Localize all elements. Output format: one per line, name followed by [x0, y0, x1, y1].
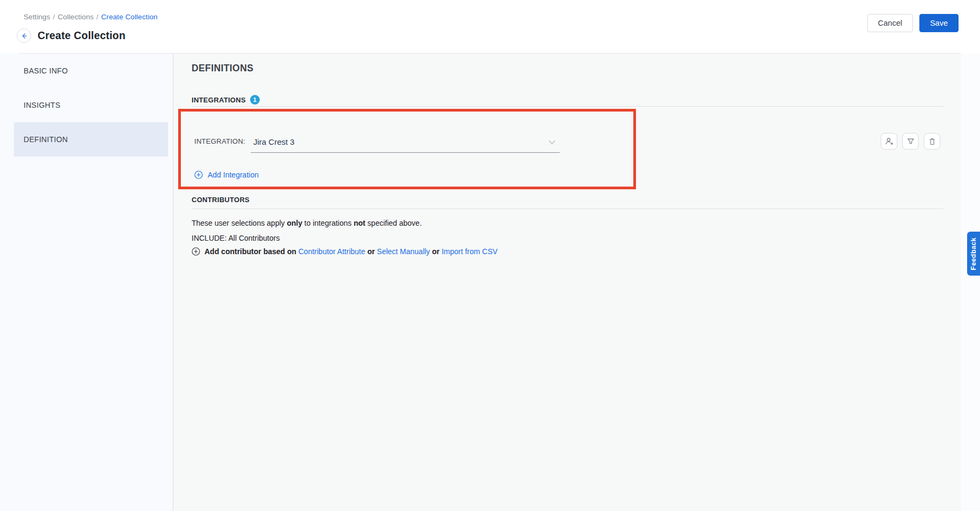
text-segment: or	[430, 247, 442, 256]
back-button[interactable]	[17, 28, 31, 43]
text-segment: Add contributor based on	[204, 247, 298, 256]
sidebar-item-definition[interactable]: DEFINITION	[14, 122, 168, 157]
contributors-divider	[192, 209, 944, 209]
chevron-down-icon	[548, 140, 555, 145]
sidebar-item-basic-info[interactable]: BASIC INFO	[14, 54, 168, 88]
breadcrumb: Settings/Collections/Create Collection	[24, 13, 158, 21]
add-contributor-text: Add contributor based on Contributor Att…	[204, 247, 498, 256]
add-integration-button[interactable]: Add Integration	[194, 171, 259, 179]
add-contributor-to-integration-button[interactable]	[881, 133, 897, 150]
circle-plus-icon	[194, 171, 203, 179]
breadcrumb-settings[interactable]: Settings	[24, 13, 50, 21]
breadcrumb-current: Create Collection	[101, 13, 157, 21]
delete-integration-button[interactable]	[924, 133, 940, 150]
breadcrumb-collections[interactable]: Collections	[57, 13, 93, 21]
feedback-tab[interactable]: Feedback	[967, 232, 980, 276]
integrations-divider	[192, 106, 944, 107]
add-contributor-row: Add contributor based on Contributor Att…	[192, 247, 498, 256]
text-segment: not	[354, 219, 365, 227]
sidebar-item-insights[interactable]: INSIGHTS	[14, 88, 168, 122]
person-plus-icon	[884, 137, 894, 146]
text-segment: only	[287, 219, 302, 227]
circle-plus-icon	[192, 247, 200, 256]
integration-field-label: INTEGRATION:	[194, 137, 245, 145]
integrations-section-label: INTEGRATIONS	[192, 96, 246, 104]
contributors-include-line: INCLUDE: All Contributors	[192, 234, 280, 242]
link-import-from-csv[interactable]: Import from CSV	[442, 247, 498, 256]
filter-funnel-icon	[906, 137, 915, 146]
text-segment: to integrations	[302, 219, 354, 227]
link-contributor-attribute[interactable]: Contributor Attribute	[298, 247, 365, 256]
breadcrumb-separator: /	[53, 13, 55, 21]
integrations-count-badge: 1	[250, 95, 260, 105]
save-button[interactable]: Save	[919, 14, 959, 32]
integration-row-actions	[881, 133, 940, 150]
integration-select-value: Jira Crest 3	[253, 137, 295, 146]
breadcrumb-separator: /	[97, 13, 99, 21]
feedback-tab-label: Feedback	[970, 238, 977, 270]
cancel-button[interactable]: Cancel	[867, 14, 913, 32]
highlight-annotation-box: INTEGRATION: Jira Crest 3 Add Integratio…	[178, 109, 636, 189]
text-segment: These user selections apply	[192, 219, 287, 227]
trash-icon	[928, 137, 937, 146]
integration-select[interactable]: Jira Crest 3	[251, 134, 560, 153]
definitions-heading: DEFINITIONS	[192, 63, 253, 74]
add-integration-label: Add Integration	[208, 171, 259, 179]
arrow-left-icon	[20, 32, 28, 40]
sidebar: BASIC INFO INSIGHTS DEFINITION	[0, 54, 173, 511]
filter-integration-button[interactable]	[902, 133, 919, 150]
definition-panel: DEFINITIONS INTEGRATIONS 1 INTEGRATION: …	[173, 54, 961, 511]
page-title: Create Collection	[38, 29, 126, 42]
text-segment: or	[365, 247, 377, 256]
text-segment: specified above.	[365, 219, 422, 227]
page-body: BASIC INFO INSIGHTS DEFINITION DEFINITIO…	[0, 54, 980, 511]
link-select-manually[interactable]: Select Manually	[377, 247, 430, 256]
contributors-section-label: CONTRIBUTORS	[192, 196, 250, 204]
page-header: Settings/Collections/Create Collection C…	[0, 0, 980, 54]
contributors-note: These user selections apply only to inte…	[192, 219, 422, 227]
